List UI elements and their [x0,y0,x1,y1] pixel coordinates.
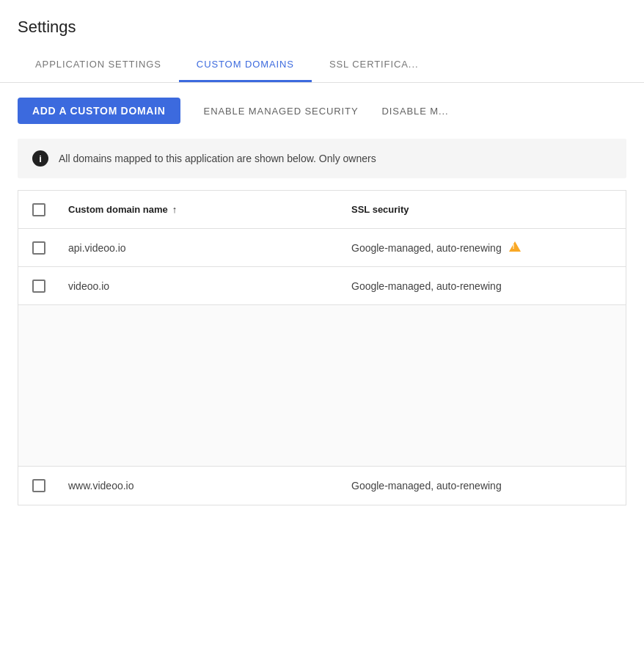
row2-ssl-col: Google-managed, auto-renewing [343,280,626,292]
tab-application-settings[interactable]: APPLICATION SETTINGS [18,48,179,82]
select-all-checkbox[interactable] [32,203,45,216]
row2-domain-text: videoo.io [68,280,109,292]
row1-domain-text: api.videoo.io [68,242,126,254]
row3-domain-col: www.videoo.io [59,480,343,492]
enable-managed-security-link[interactable]: ENABLE MANAGED SECURITY [204,106,359,117]
table-empty-area [18,305,626,467]
table-row: api.videoo.io Google-managed, auto-renew… [18,229,626,267]
row3-domain-text: www.videoo.io [68,480,134,492]
row3-ssl-col: Google-managed, auto-renewing [343,480,626,492]
row2-domain-col: videoo.io [59,280,343,292]
page-header: Settings APPLICATION SETTINGS CUSTOM DOM… [0,0,644,83]
warning-icon [509,241,521,252]
page-title: Settings [18,18,626,48]
header-checkbox-col [18,203,59,216]
domains-table: Custom domain name ↑ SSL security api.vi… [18,190,626,505]
table-row: videoo.io Google-managed, auto-renewing [18,267,626,305]
tabs-bar: APPLICATION SETTINGS CUSTOM DOMAINS SSL … [18,48,626,82]
header-domain-col: Custom domain name ↑ [59,204,343,215]
disable-link[interactable]: DISABLE M... [381,106,448,117]
info-banner-text: All domains mapped to this application a… [59,151,376,167]
add-custom-domain-button[interactable]: ADD A CUSTOM DOMAIN [18,98,180,124]
row3-checkbox[interactable] [32,479,45,492]
row1-ssl-col: Google-managed, auto-renewing [343,241,626,254]
row2-checkbox-col [18,280,59,293]
tab-ssl-certificates[interactable]: SSL CERTIFICA... [312,48,436,82]
row2-checkbox[interactable] [32,280,45,293]
tab-custom-domains[interactable]: CUSTOM DOMAINS [179,48,312,82]
sort-arrow-icon[interactable]: ↑ [172,204,178,215]
warning-triangle-icon [509,241,521,252]
row2-ssl-text: Google-managed, auto-renewing [351,280,502,292]
info-banner: i All domains mapped to this application… [18,139,626,178]
header-ssl-col: SSL security [343,204,626,215]
row3-ssl-text: Google-managed, auto-renewing [351,480,502,492]
row3-checkbox-col [18,479,59,492]
row1-domain-col: api.videoo.io [59,242,343,254]
row1-checkbox[interactable] [32,241,45,255]
row1-ssl-text: Google-managed, auto-renewing [351,242,502,254]
toolbar: ADD A CUSTOM DOMAIN ENABLE MANAGED SECUR… [0,83,644,139]
table-row: www.videoo.io Google-managed, auto-renew… [18,467,626,505]
table-header-row: Custom domain name ↑ SSL security [18,191,626,229]
row1-checkbox-col [18,241,59,255]
info-icon: i [32,150,48,167]
